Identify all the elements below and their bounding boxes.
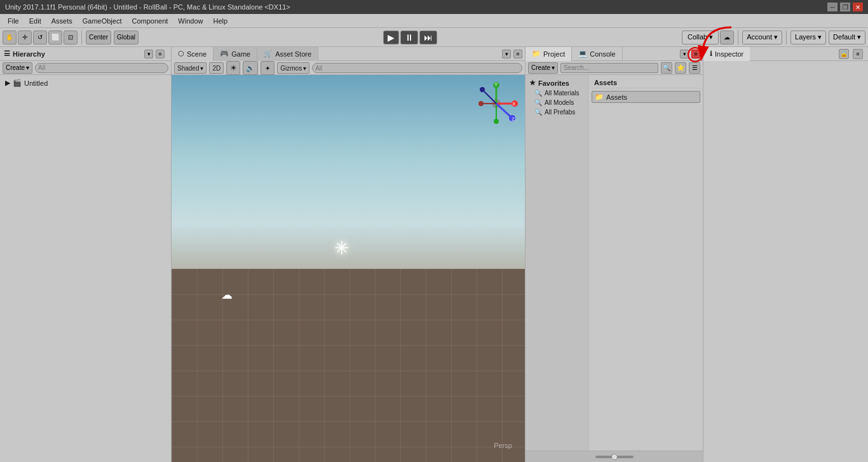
rect-tool[interactable]: ⊡ bbox=[64, 31, 78, 44]
console-tab[interactable]: 💻 Console bbox=[572, 47, 622, 61]
playback-controls: ▶ ⏸ ⏭ bbox=[383, 31, 437, 44]
viewport-minimize-btn[interactable]: ▾ bbox=[502, 50, 511, 58]
inspector-tab-controls: 🔒 ≡ bbox=[839, 49, 868, 59]
menu-item-help[interactable]: Help bbox=[208, 16, 233, 26]
restore-button[interactable]: ❐ bbox=[840, 3, 850, 11]
project-zoom-slider[interactable] bbox=[595, 456, 634, 458]
minimize-button[interactable]: ─ bbox=[827, 3, 837, 11]
titlebar: Unity 2017.1.1f1 Personal (64bit) - Unti… bbox=[0, 0, 868, 14]
project-tab-controls: ▾ ≡ bbox=[679, 50, 703, 58]
asset-store-tab[interactable]: 🛒 Asset Store bbox=[257, 47, 318, 61]
fav-search-icon: 🔍 bbox=[534, 90, 542, 97]
folder-icon: 📁 bbox=[595, 93, 604, 101]
layout-button[interactable]: Default ▾ bbox=[829, 31, 865, 44]
hierarchy-item-untitled[interactable]: ▶ 🎬 Untitled bbox=[3, 78, 168, 88]
hierarchy-scene-icon: 🎬 bbox=[13, 79, 22, 87]
project-tabs: 📁 Project 💻 Console ▾ ≡ bbox=[526, 47, 703, 61]
game-tab[interactable]: 🎮 Game bbox=[214, 47, 257, 61]
separator-3 bbox=[786, 31, 787, 44]
menu-item-window[interactable]: Window bbox=[173, 16, 208, 26]
toolbar: ✋ ✛ ↺ ⬜ ⊡ Center Global ▶ ⏸ ⏭ Collab ▾ ☁… bbox=[0, 28, 868, 47]
layout-label: Default ▾ bbox=[833, 33, 861, 41]
shading-label: Shaded bbox=[177, 65, 199, 72]
menu-item-component[interactable]: Component bbox=[126, 16, 173, 26]
lighting-btn[interactable]: ☀ bbox=[226, 61, 240, 75]
hierarchy-tab: ☰ Hierarchy ▾ ≡ bbox=[0, 47, 171, 61]
layers-button[interactable]: Layers ▾ bbox=[790, 31, 826, 44]
favorites-header: ★ Favorites bbox=[526, 78, 588, 88]
scene-search-input[interactable] bbox=[312, 63, 522, 73]
svg-text:Z: Z bbox=[512, 116, 515, 122]
center-toggle[interactable]: Center bbox=[86, 31, 111, 44]
hierarchy-search-input[interactable] bbox=[35, 63, 168, 73]
menu-item-edit[interactable]: Edit bbox=[24, 16, 46, 26]
fav-item-prefabs-label: All Prefabs bbox=[545, 109, 575, 116]
hierarchy-tab-label[interactable]: Hierarchy bbox=[13, 50, 45, 58]
hand-tool[interactable]: ✋ bbox=[3, 31, 17, 44]
transform-tools: ✋ ✛ ↺ ⬜ ⊡ bbox=[3, 31, 78, 44]
collab-group: Collab ▾ ☁ bbox=[682, 31, 734, 44]
fav-item-materials[interactable]: 🔍 All Materials bbox=[526, 88, 588, 98]
inspector-lock-btn[interactable]: 🔒 bbox=[839, 49, 849, 59]
project-create-button[interactable]: Create ▾ bbox=[528, 62, 558, 74]
viewport-tabs: ⬡ Scene 🎮 Game 🛒 Asset Store ▾ ≡ bbox=[172, 47, 525, 61]
audio-btn[interactable]: 🔊 bbox=[243, 61, 258, 75]
pause-button[interactable]: ⏸ bbox=[400, 31, 418, 44]
rotate-tool[interactable]: ↺ bbox=[33, 31, 47, 44]
scale-tool[interactable]: ⬜ bbox=[48, 31, 62, 44]
project-menu-btn[interactable]: ≡ bbox=[691, 50, 700, 58]
fav-item-prefabs[interactable]: 🔍 All Prefabs bbox=[526, 107, 588, 117]
effects-btn[interactable]: ✦ bbox=[261, 61, 275, 75]
menu-item-file[interactable]: File bbox=[3, 16, 24, 26]
viewport-menu-btn[interactable]: ≡ bbox=[513, 50, 522, 58]
inspector-tab-icon: ℹ bbox=[710, 50, 712, 58]
fav-item-models-label: All Models bbox=[545, 99, 574, 106]
svg-point-4 bbox=[478, 101, 484, 106]
project-minimize-btn[interactable]: ▾ bbox=[680, 50, 689, 58]
account-button[interactable]: Account ▾ bbox=[742, 31, 782, 44]
favorites-star-icon: ★ bbox=[529, 79, 536, 87]
scene-tab-icon: ⬡ bbox=[178, 50, 184, 58]
project-favorites: ★ Favorites 🔍 All Materials 🔍 All Models bbox=[526, 75, 589, 451]
separator-2 bbox=[738, 31, 738, 44]
gizmos-dropdown[interactable]: Gizmos ▾ bbox=[277, 62, 309, 74]
step-button[interactable]: ⏭ bbox=[419, 31, 437, 44]
game-tab-label: Game bbox=[231, 50, 250, 58]
close-button[interactable]: ✕ bbox=[853, 3, 863, 11]
project-options-btn[interactable]: ☰ bbox=[689, 62, 700, 74]
asset-store-icon: 🛒 bbox=[264, 50, 273, 58]
viewport-tab-controls: ▾ ≡ bbox=[501, 50, 525, 58]
project-search-input[interactable] bbox=[560, 63, 658, 73]
global-toggle[interactable]: Global bbox=[114, 31, 139, 44]
inspector-menu-btn[interactable]: ≡ bbox=[853, 49, 863, 59]
svg-point-12 bbox=[480, 87, 485, 92]
inspector-panel: ℹ Inspector 🔒 ≡ bbox=[703, 47, 868, 462]
svg-text:Y: Y bbox=[494, 81, 498, 87]
scene-tab[interactable]: ⬡ Scene bbox=[172, 47, 214, 61]
hierarchy-create-arrow: ▾ bbox=[26, 64, 29, 71]
cloud-button[interactable]: ☁ bbox=[720, 31, 734, 44]
assets-folder-item[interactable]: 📁 Assets bbox=[592, 91, 700, 103]
hierarchy-toolbar: Create ▾ bbox=[0, 61, 171, 75]
inspector-tab[interactable]: ℹ Inspector bbox=[703, 47, 750, 61]
2d-button[interactable]: 2D bbox=[209, 62, 224, 74]
hierarchy-minimize-btn[interactable]: ▾ bbox=[144, 50, 153, 58]
project-search-btn[interactable]: 🔍 bbox=[661, 62, 672, 74]
console-tab-label: Console bbox=[590, 50, 615, 58]
separator-1 bbox=[81, 31, 82, 44]
shading-dropdown[interactable]: Shaded ▾ bbox=[174, 62, 207, 74]
collab-button[interactable]: Collab ▾ bbox=[682, 31, 719, 44]
hierarchy-menu-btn[interactable]: ≡ bbox=[156, 50, 165, 58]
project-star-btn[interactable]: ⭐ bbox=[675, 62, 686, 74]
hierarchy-create-label: Create bbox=[6, 64, 25, 71]
play-button[interactable]: ▶ bbox=[383, 31, 399, 44]
layers-label: Layers ▾ bbox=[795, 33, 822, 41]
favorites-label: Favorites bbox=[538, 79, 569, 87]
menu-item-gameobject[interactable]: GameObject bbox=[78, 16, 127, 26]
project-tab[interactable]: 📁 Project bbox=[526, 47, 572, 61]
menu-item-assets[interactable]: Assets bbox=[46, 16, 78, 26]
move-tool[interactable]: ✛ bbox=[18, 31, 32, 44]
fav-item-models[interactable]: 🔍 All Models bbox=[526, 98, 588, 107]
svg-point-8 bbox=[494, 119, 499, 124]
hierarchy-create-button[interactable]: Create ▾ bbox=[3, 62, 32, 74]
